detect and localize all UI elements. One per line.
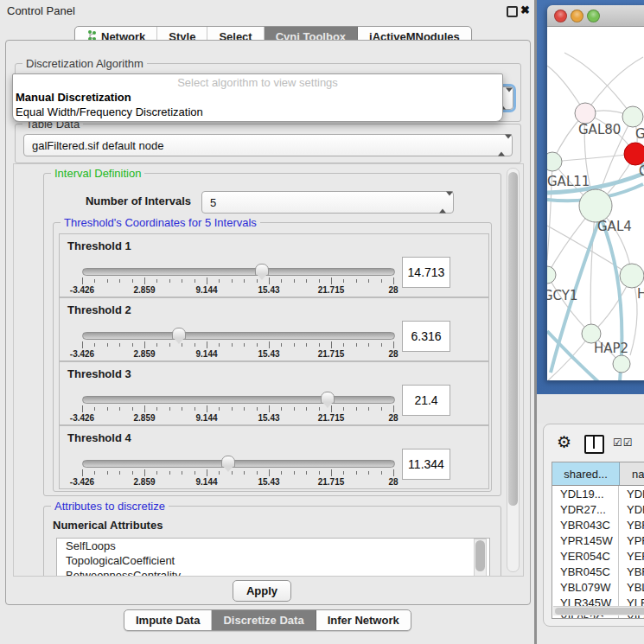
slider-handle[interactable] (321, 392, 335, 404)
attribute-item[interactable]: TopologicalCoefficient (57, 553, 489, 568)
tab-discretize-data[interactable]: Discretize Data (212, 610, 316, 630)
table-cell[interactable]: YBR0 (619, 564, 644, 579)
attribute-item[interactable]: SelfLoops (57, 539, 489, 553)
table-cell[interactable]: YPR1 (619, 532, 644, 548)
threshold-slider[interactable]: -3.4262.8599.14415.4321.71528 (82, 392, 393, 423)
table-header-row: shared... na (552, 462, 644, 486)
network-node[interactable] (575, 103, 596, 124)
column-header-shared-name[interactable]: shared... (552, 462, 620, 485)
network-node[interactable] (624, 143, 644, 165)
table-cell[interactable]: YDL1 (619, 486, 644, 501)
tick-label: 21.715 (318, 349, 345, 359)
network-node[interactable] (613, 355, 630, 373)
network-edge[interactable] (590, 206, 596, 334)
tab-label: Discretize Data (223, 614, 303, 627)
threshold-value-field[interactable]: 11.344 (402, 449, 450, 480)
threshold-slider[interactable]: -3.4262.8599.14415.4321.71528 (82, 264, 393, 295)
close-traffic-light-icon[interactable] (554, 10, 567, 22)
slider-track[interactable] (82, 268, 395, 276)
minimize-traffic-light-icon[interactable] (571, 10, 583, 22)
network-view-window[interactable]: GAL80GACGAL11GAL4GCY1HHAP2 (547, 5, 644, 380)
tab-label: Infer Network (328, 614, 399, 627)
table-row[interactable]: YER054CYER0 (552, 548, 644, 564)
slider-track[interactable] (82, 396, 395, 404)
zoom-traffic-light-icon[interactable] (587, 10, 600, 22)
table-cell[interactable]: YBR045C (552, 564, 619, 579)
network-edge[interactable] (564, 53, 633, 117)
scrollbar-thumb[interactable] (555, 608, 644, 615)
slider-track[interactable] (82, 460, 395, 468)
network-node[interactable] (547, 266, 556, 284)
float-window-icon[interactable] (507, 6, 518, 17)
table-row[interactable]: YPR145WYPR1 (552, 532, 644, 548)
threshold-slider[interactable]: -3.4262.8599.14415.4321.71528 (82, 328, 393, 359)
attribute-table: shared... na YDL19...YDL1YDR27...YDR2YBR… (552, 462, 644, 619)
numerical-attributes-label: Numerical Attributes (53, 519, 163, 532)
network-edge[interactable] (552, 154, 635, 162)
scrollbar-thumb[interactable] (475, 540, 485, 571)
table-horizontal-scrollbar[interactable] (553, 606, 644, 615)
tab-infer-network[interactable]: Infer Network (316, 610, 411, 630)
network-node[interactable] (579, 189, 612, 222)
table-cell[interactable]: YBL0 (619, 579, 644, 595)
number-of-intervals-combobox[interactable]: 5 (201, 191, 454, 214)
attribute-item[interactable]: BetweennessCentrality (57, 568, 489, 577)
select-checkboxes-icon[interactable]: ☑☑ (613, 437, 634, 449)
network-node[interactable] (622, 106, 643, 127)
tick-label: 28 (388, 285, 398, 295)
slider-tick-labels: -3.4262.8599.14415.4321.71528 (82, 285, 393, 296)
slider-track[interactable] (82, 332, 395, 340)
table-row[interactable]: YBR043CYBR0 (552, 517, 644, 532)
close-icon[interactable]: ✖ (520, 3, 530, 16)
table-cell[interactable]: YBR0 (619, 517, 644, 532)
threshold-value-field[interactable]: 6.316 (402, 321, 450, 352)
threshold-slider[interactable]: -3.4262.8599.14415.4321.71528 (82, 456, 393, 487)
network-canvas[interactable]: GAL80GACGAL11GAL4GCY1HHAP2 (547, 27, 644, 380)
attributes-list-scrollbar[interactable] (474, 539, 487, 577)
network-node[interactable] (620, 264, 644, 288)
threshold-panel: Threshold 4 -3.4262.8599.14415.4321.7152… (59, 425, 489, 489)
columns-icon[interactable] (584, 435, 604, 454)
tab-impute-data[interactable]: Impute Data (124, 610, 212, 630)
combo-stepper-icon[interactable] (439, 196, 447, 209)
slider-handle[interactable] (255, 264, 269, 276)
tick-label: 28 (388, 413, 398, 423)
table-cell[interactable]: YER0 (619, 548, 644, 564)
table-row[interactable]: YBL079WYBL0 (552, 579, 644, 595)
network-window-titlebar[interactable] (547, 5, 644, 27)
slider-handle[interactable] (221, 456, 235, 468)
threshold-panel: Threshold 1 -3.4262.8599.14415.4321.7152… (59, 233, 489, 297)
table-row[interactable]: YBR045CYBR0 (552, 564, 644, 579)
combo-stepper-icon[interactable] (498, 139, 506, 152)
gear-icon[interactable]: ⚙ (557, 432, 571, 452)
dropdown-option-equal-width[interactable]: Equal Width/Frequency Discretization (13, 105, 502, 120)
threshold-value-field[interactable]: 21.4 (402, 385, 450, 416)
table-cell[interactable]: YDR27... (552, 501, 619, 517)
control-panel: Control Panel ✖ Network Style Select Cyn… (0, 0, 534, 644)
table-panel: ⚙ ☑☑ shared... na YDL19...YDL1YDR27...YD… (543, 424, 644, 627)
table-cell[interactable]: YDL19... (552, 486, 619, 501)
table-cell[interactable]: YPR145W (552, 532, 619, 548)
scrollbar-thumb[interactable] (508, 172, 518, 506)
table-row[interactable]: YDL19...YDL1 (552, 486, 644, 501)
dropdown-option-manual[interactable]: Manual Discretization (13, 91, 502, 105)
network-node-label: GAL80 (578, 122, 621, 137)
group-title: Discretization Algorithm (22, 57, 147, 70)
table-cell[interactable]: YBL079W (552, 579, 619, 595)
numerical-attributes-list[interactable]: SelfLoopsTopologicalCoefficientBetweenne… (56, 538, 490, 577)
network-node[interactable] (547, 152, 562, 171)
column-header-name[interactable]: na (620, 462, 644, 485)
table-row[interactable]: YDR27...YDR2 (552, 501, 644, 517)
threshold-value-field[interactable]: 14.713 (402, 257, 450, 288)
table-cell[interactable]: YBR043C (552, 517, 619, 532)
desktop-background: GAL80GACGAL11GAL4GCY1HHAP2 (537, 0, 644, 394)
apply-button[interactable]: Apply (233, 580, 291, 602)
slider-handle[interactable] (172, 328, 186, 340)
attributes-group: Attributes to discretize Numerical Attri… (43, 506, 501, 577)
network-edge[interactable] (585, 57, 643, 113)
cyni-toolbox-panel: Discretization Algorithm Select algorith… (5, 40, 531, 605)
table-cell[interactable]: YDR2 (619, 501, 644, 517)
settings-scrollbar[interactable] (507, 168, 520, 572)
table-data-combobox[interactable]: galFiltered.sif default node (23, 134, 513, 156)
table-cell[interactable]: YER054C (552, 548, 619, 564)
